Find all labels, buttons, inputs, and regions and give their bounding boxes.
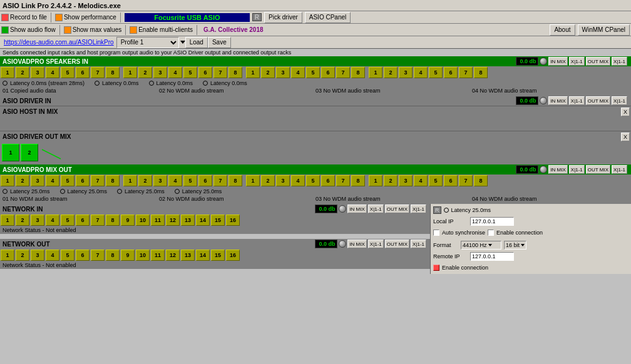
driver-out-ch2[interactable]: 2 bbox=[21, 144, 38, 161]
mo-ch-20[interactable]: 4 bbox=[291, 175, 305, 186]
net-in-volume-knob[interactable] bbox=[339, 205, 346, 213]
mo-ch-3[interactable]: 3 bbox=[31, 175, 44, 186]
no-ch-7[interactable]: 7 bbox=[91, 250, 105, 261]
ni-ch-3[interactable]: 3 bbox=[31, 215, 44, 226]
sp-ch-30[interactable]: 6 bbox=[444, 67, 458, 78]
mo-ch-13[interactable]: 5 bbox=[183, 175, 197, 186]
ni-ch-4[interactable]: 4 bbox=[46, 215, 59, 226]
link-text[interactable]: https://deus-audio.com.au/ASIOLinkPro bbox=[1, 39, 116, 46]
mo-ch-31[interactable]: 7 bbox=[459, 175, 473, 186]
driver-in-out-mix-btn[interactable]: OUT MIX bbox=[586, 96, 610, 105]
speakers-x11b-btn[interactable]: X|1-1 bbox=[612, 57, 627, 66]
mo-ch-1[interactable]: 1 bbox=[1, 175, 14, 186]
speakers-in-mix-btn[interactable]: IN MIX bbox=[548, 57, 567, 66]
no-ch-10[interactable]: 10 bbox=[136, 250, 150, 261]
no-ch-12[interactable]: 12 bbox=[166, 250, 180, 261]
sp-ch-12[interactable]: 4 bbox=[168, 67, 182, 78]
ni-ch-9[interactable]: 9 bbox=[121, 215, 135, 226]
sp-ch-26[interactable]: 2 bbox=[384, 67, 398, 78]
sp-ch-21[interactable]: 5 bbox=[306, 67, 320, 78]
sp-ch-13[interactable]: 5 bbox=[183, 67, 197, 78]
host-in-mix-close-btn[interactable]: X bbox=[621, 108, 630, 116]
speakers-out-mix-btn[interactable]: OUT MIX bbox=[586, 57, 610, 66]
net-in-mix-btn[interactable]: IN MIX bbox=[347, 205, 366, 213]
net-out-bit-value[interactable]: 16 bit bbox=[504, 241, 526, 250]
mo-ch-22[interactable]: 6 bbox=[321, 175, 335, 186]
mo-ch-32[interactable]: 8 bbox=[474, 175, 488, 186]
speakers-x11-btn[interactable]: X|1-1 bbox=[569, 57, 585, 66]
sp-ch-28[interactable]: 4 bbox=[414, 67, 428, 78]
driver-in-x11-btn[interactable]: X|1-1 bbox=[569, 96, 585, 105]
ni-ch-8[interactable]: 8 bbox=[106, 215, 120, 226]
save-button[interactable]: Save bbox=[208, 37, 231, 48]
driver-out-ch1[interactable]: 1 bbox=[2, 144, 19, 161]
sp-ch-31[interactable]: 7 bbox=[459, 67, 473, 78]
net-out-enable-checkbox[interactable] bbox=[433, 265, 439, 271]
mo-ch-14[interactable]: 6 bbox=[198, 175, 212, 186]
sp-ch-19[interactable]: 3 bbox=[276, 67, 290, 78]
mix-out-x11-btn[interactable]: X|1-1 bbox=[569, 165, 585, 174]
enable-multiclients-label[interactable]: Enable multi-clients bbox=[130, 26, 193, 34]
ni-ch-1[interactable]: 1 bbox=[1, 215, 14, 226]
sp-ch-2[interactable]: 2 bbox=[16, 67, 29, 78]
asio-cpanel-button[interactable]: ASIO CPanel bbox=[305, 12, 351, 23]
winmm-cpanel-button[interactable]: WinMM CPanel bbox=[578, 24, 630, 36]
sp-ch-1[interactable]: 1 bbox=[1, 67, 14, 78]
sp-ch-25[interactable]: 1 bbox=[369, 67, 382, 78]
mo-ch-29[interactable]: 5 bbox=[429, 175, 443, 186]
no-ch-16[interactable]: 16 bbox=[226, 250, 240, 261]
mo-ch-5[interactable]: 5 bbox=[61, 175, 74, 186]
sp-ch-5[interactable]: 5 bbox=[61, 67, 74, 78]
net-in-x11b-btn[interactable]: X|1-1 bbox=[411, 205, 426, 213]
show-performance-label[interactable]: Show performance bbox=[55, 14, 116, 21]
ni-ch-15[interactable]: 15 bbox=[211, 215, 225, 226]
mo-ch-16[interactable]: 8 bbox=[228, 175, 242, 186]
speakers-volume-knob[interactable] bbox=[540, 58, 547, 65]
mo-ch-6[interactable]: 6 bbox=[76, 175, 90, 186]
no-ch-15[interactable]: 15 bbox=[211, 250, 225, 261]
ni-ch-14[interactable]: 14 bbox=[196, 215, 210, 226]
ni-ch-13[interactable]: 13 bbox=[181, 215, 195, 226]
mo-ch-28[interactable]: 4 bbox=[414, 175, 428, 186]
profile-select[interactable]: Profile 1 bbox=[116, 37, 179, 48]
net-out-x11-btn[interactable]: X|1-1 bbox=[368, 240, 384, 248]
sp-ch-9[interactable]: 1 bbox=[123, 67, 137, 78]
sp-ch-18[interactable]: 2 bbox=[261, 67, 275, 78]
sp-ch-8[interactable]: 8 bbox=[106, 67, 120, 78]
mo-ch-12[interactable]: 4 bbox=[168, 175, 182, 186]
no-ch-13[interactable]: 13 bbox=[181, 250, 195, 261]
net-in-autosync-checkbox[interactable] bbox=[433, 230, 439, 236]
mo-ch-23[interactable]: 7 bbox=[336, 175, 350, 186]
no-ch-2[interactable]: 2 bbox=[16, 250, 29, 261]
mo-ch-11[interactable]: 3 bbox=[153, 175, 167, 186]
sp-ch-24[interactable]: 8 bbox=[351, 67, 365, 78]
mo-ch-4[interactable]: 4 bbox=[46, 175, 59, 186]
sp-ch-23[interactable]: 7 bbox=[336, 67, 350, 78]
net-out-out-mix-btn[interactable]: OUT MIX bbox=[385, 240, 409, 248]
ni-ch-6[interactable]: 6 bbox=[76, 215, 90, 226]
mo-ch-15[interactable]: 7 bbox=[213, 175, 227, 186]
net-in-x11-btn[interactable]: X|1-1 bbox=[368, 205, 384, 213]
ni-ch-11[interactable]: 11 bbox=[151, 215, 165, 226]
sp-ch-6[interactable]: 6 bbox=[76, 67, 90, 78]
mo-ch-17[interactable]: 1 bbox=[246, 175, 260, 186]
net-in-local-ip-value[interactable]: 127.0.0.1 bbox=[470, 217, 514, 226]
driver-out-mix-close-btn[interactable]: X bbox=[621, 133, 630, 141]
show-max-values-label[interactable]: Show max values bbox=[64, 26, 121, 34]
mo-ch-19[interactable]: 3 bbox=[276, 175, 290, 186]
mo-ch-10[interactable]: 2 bbox=[138, 175, 152, 186]
no-ch-14[interactable]: 14 bbox=[196, 250, 210, 261]
sp-ch-32[interactable]: 8 bbox=[474, 67, 488, 78]
net-out-in-mix-btn[interactable]: IN MIX bbox=[347, 240, 366, 248]
show-audio-flow-label[interactable]: Show audio flow bbox=[1, 26, 56, 34]
sp-ch-22[interactable]: 6 bbox=[321, 67, 335, 78]
no-ch-4[interactable]: 4 bbox=[46, 250, 59, 261]
net-out-volume-knob[interactable] bbox=[339, 240, 346, 248]
mo-ch-7[interactable]: 7 bbox=[91, 175, 105, 186]
sp-ch-27[interactable]: 3 bbox=[399, 67, 413, 78]
net-out-x11b-btn[interactable]: X|1-1 bbox=[411, 240, 426, 248]
sp-ch-4[interactable]: 4 bbox=[46, 67, 59, 78]
mo-ch-8[interactable]: 8 bbox=[106, 175, 120, 186]
mo-ch-25[interactable]: 1 bbox=[369, 175, 382, 186]
no-ch-9[interactable]: 9 bbox=[121, 250, 135, 261]
